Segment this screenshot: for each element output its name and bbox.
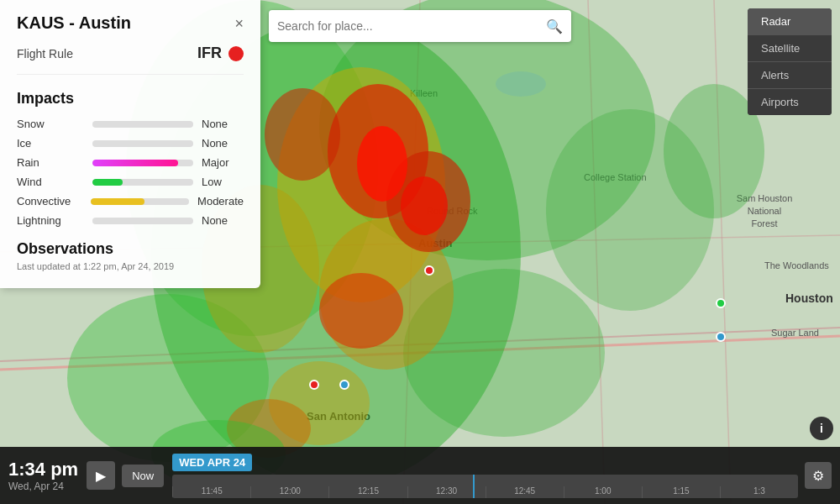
timeline-track-container: WED APR 24 11:45 12:00 12:15 12:30 12:45… — [172, 454, 798, 498]
ifr-status-dot — [228, 46, 244, 61]
impact-bar-fill-convective — [91, 198, 144, 205]
impact-row-lightning: Lightning None — [17, 214, 244, 227]
now-button[interactable]: Now — [122, 465, 164, 487]
impact-row-rain: Rain Major — [17, 156, 244, 169]
tick-0: 11:45 — [172, 486, 250, 498]
svg-text:Killeen: Killeen — [410, 88, 438, 98]
station-title: KAUS - Austin — [17, 13, 131, 33]
timeline-settings-button[interactable]: ⚙ — [805, 462, 832, 489]
timeline-cursor — [473, 475, 475, 498]
airport-dot-ksat-red[interactable] — [309, 380, 319, 390]
timeline-track[interactable]: 11:45 12:00 12:15 12:30 12:45 1:00 1:15 … — [172, 475, 798, 498]
svg-text:College Station: College Station — [584, 172, 647, 182]
tick-1: 12:00 — [250, 486, 328, 498]
current-time: 1:34 pm — [8, 459, 78, 480]
impact-name-convective: Convective — [17, 195, 91, 207]
svg-text:Sugar Land: Sugar Land — [771, 328, 819, 338]
svg-text:Sam Houston: Sam Houston — [737, 193, 793, 203]
svg-text:Round Rock: Round Rock — [427, 206, 478, 216]
impact-name-snow: Snow — [17, 118, 92, 130]
tick-4: 12:45 — [486, 486, 564, 498]
impact-level-lightning: None — [202, 214, 228, 227]
play-button[interactable]: ▶ — [87, 461, 115, 490]
timeline-date-label: WED APR 24 — [172, 454, 252, 471]
impact-level-ice: None — [202, 137, 228, 150]
close-button[interactable]: × — [234, 16, 244, 31]
svg-text:Houston: Houston — [785, 291, 833, 305]
impact-level-wind: Low — [202, 176, 222, 188]
timeline-bar: 1:34 pm Wed, Apr 24 ▶ Now WED APR 24 11:… — [0, 447, 840, 504]
observations-title: Observations — [17, 240, 244, 258]
impact-level-rain: Major — [202, 156, 229, 169]
impact-name-rain: Rain — [17, 156, 92, 169]
svg-text:San Antonio: San Antonio — [307, 410, 370, 423]
info-button[interactable]: i — [810, 417, 833, 440]
flight-rule-code: IFR — [197, 45, 222, 62]
impact-bar-ice — [92, 140, 193, 147]
tick-7: 1:3 — [720, 486, 798, 498]
impact-bar-convective — [91, 198, 189, 205]
observations-subtitle: Last updated at 1:22 pm, Apr 24, 2019 — [17, 261, 244, 271]
search-icon: 🔍 — [546, 18, 563, 34]
flight-rule-label: Flight Rule — [17, 47, 73, 60]
svg-text:Forest: Forest — [751, 218, 777, 228]
tick-5: 1:00 — [564, 486, 642, 498]
timeline-ticks: 11:45 12:00 12:15 12:30 12:45 1:00 1:15 … — [172, 475, 798, 498]
tick-2: 12:15 — [328, 486, 407, 498]
airport-dot-ksat-blue[interactable] — [339, 380, 349, 390]
impact-row-wind: Wind Low — [17, 176, 244, 188]
impact-bar-fill-rain — [92, 160, 178, 166]
search-bar[interactable]: 🔍 — [269, 10, 571, 42]
map-type-radar[interactable]: Radar — [748, 8, 832, 35]
impact-name-wind: Wind — [17, 176, 92, 188]
timeline-time-display: 1:34 pm Wed, Apr 24 — [8, 459, 78, 492]
tick-6: 1:15 — [642, 486, 720, 498]
flight-rule-value: IFR — [197, 45, 244, 62]
impact-bar-fill-wind — [92, 179, 123, 186]
impact-row-convective: Convective Moderate — [17, 195, 244, 207]
svg-text:The Woodlands: The Woodlands — [764, 260, 829, 270]
flight-rule-row: Flight Rule IFR — [17, 45, 244, 75]
impact-level-convective: Moderate — [197, 195, 244, 207]
current-date: Wed, Apr 24 — [8, 480, 78, 492]
impacts-title: Impacts — [17, 90, 244, 108]
airport-dot-khou-blue[interactable] — [716, 332, 726, 342]
map-type-airports[interactable]: Airports — [748, 89, 832, 115]
panel-header: KAUS - Austin × — [17, 13, 244, 33]
search-input[interactable] — [277, 19, 546, 33]
station-panel: KAUS - Austin × Flight Rule IFR Impacts … — [0, 0, 260, 288]
impact-bar-rain — [92, 160, 193, 166]
impact-level-snow: None — [202, 118, 228, 130]
impact-bar-lightning — [92, 218, 193, 224]
svg-text:National: National — [748, 206, 781, 216]
impact-row-ice: Ice None — [17, 137, 244, 150]
map-type-satellite[interactable]: Satellite — [748, 35, 832, 62]
impact-bar-wind — [92, 179, 193, 186]
map-type-panel: Radar Satellite Alerts Airports — [748, 8, 832, 115]
impact-name-ice: Ice — [17, 137, 92, 150]
airport-dot-khou-green[interactable] — [716, 298, 726, 308]
map-type-alerts[interactable]: Alerts — [748, 62, 832, 89]
svg-point-1 — [496, 71, 546, 97]
impact-bar-snow — [92, 121, 193, 128]
airport-dot-kaus[interactable] — [424, 265, 434, 276]
impact-row-snow: Snow None — [17, 118, 244, 130]
svg-text:Austin: Austin — [418, 237, 453, 249]
impact-name-lightning: Lightning — [17, 214, 92, 227]
